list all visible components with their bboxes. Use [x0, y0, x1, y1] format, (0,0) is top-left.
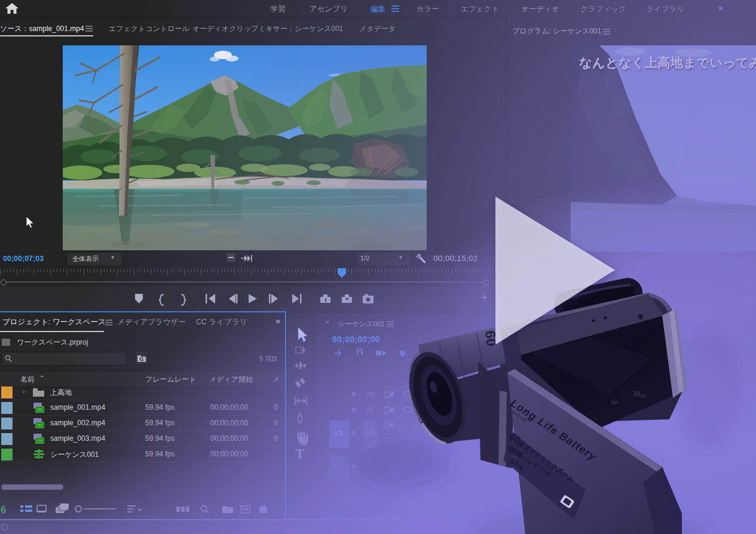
- svg-text:SP: SP: [611, 399, 619, 406]
- svg-text:T: T: [295, 446, 304, 461]
- svg-text:6: 6: [1, 505, 6, 515]
